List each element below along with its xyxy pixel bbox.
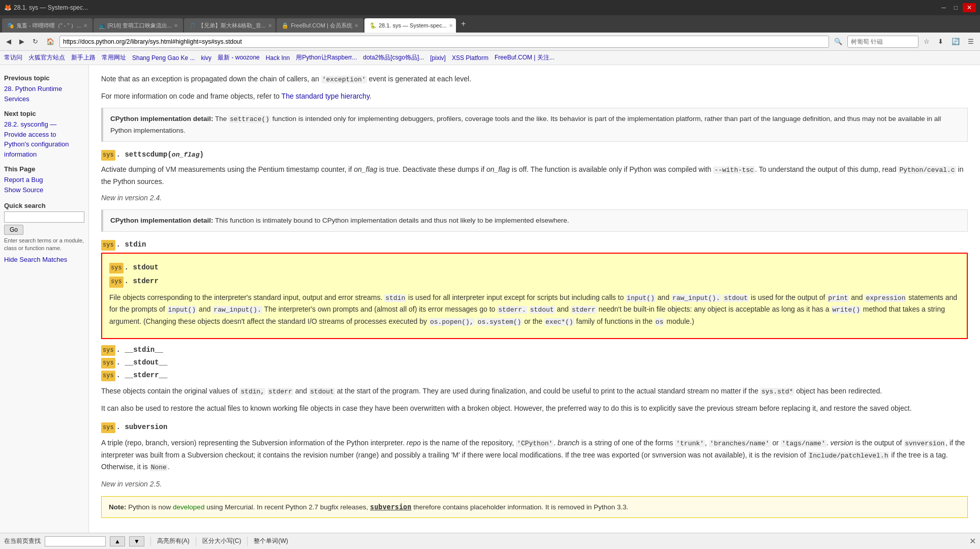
tab-close-0[interactable]: ✕ xyxy=(83,23,87,28)
next-topic-heading: Next topic xyxy=(4,110,84,117)
search-btn[interactable]: 🔍 xyxy=(831,36,845,47)
report-bug-link[interactable]: Report a Bug xyxy=(4,175,84,185)
tab-favicon-2: 🎵 xyxy=(189,22,196,29)
show-source-link[interactable]: Show Source xyxy=(4,185,84,195)
bookmark-7[interactable]: Hack Inn xyxy=(266,54,290,62)
highlight-all-btn[interactable]: 高亮所有(A) xyxy=(157,537,190,545)
find-input[interactable] xyxy=(45,536,106,546)
input2-code-ref: input() xyxy=(167,306,197,314)
svnversion-code-ref: svnversion xyxy=(904,440,945,447)
tab-0[interactable]: 🎭 鬼畜 - 哔哩哔哩（" - " ）... ✕ xyxy=(2,18,93,33)
address-bar[interactable] xyxy=(59,36,829,48)
tab-favicon-4: 🐍 xyxy=(370,22,377,29)
cpython-box-1: CPython implementation detail: The settr… xyxy=(101,108,968,141)
tab-label-3: FreeBuf.COM | 会员系统 xyxy=(291,22,352,29)
bookmark-4[interactable]: Shang Peng Gao Ke ... xyxy=(132,54,195,62)
cpython-box-2: CPython implementation detail: This func… xyxy=(101,209,968,232)
tab-4[interactable]: 🐍 28.1. sys — System-spec... ✕ xyxy=(364,18,456,33)
menu-btn[interactable]: ☰ xyxy=(965,36,977,47)
bookmark-2[interactable]: 新手上路 xyxy=(71,53,96,62)
find-label: 在当前页查找 xyxy=(4,537,41,545)
bookmark-11[interactable]: XSS Platform xyxy=(452,54,488,62)
match-case-btn[interactable]: 区分大小写(C) xyxy=(202,537,241,545)
none-code-ref: None xyxy=(150,464,168,471)
sep-3 xyxy=(247,537,248,546)
private-desc1: These objects contain the original value… xyxy=(101,385,968,398)
tab-bar: 🎭 鬼畜 - 哔哩哔哩（" - " ）... ✕ 📺 [R18] 萱萌工口映象流… xyxy=(0,15,980,33)
sidebar-search-input[interactable] xyxy=(4,211,84,223)
settscdump-entry: sys . settscdump(on_flag) Activate dumpi… xyxy=(101,149,968,204)
download-btn[interactable]: ⬇ xyxy=(935,36,946,47)
tab-close-1[interactable]: ✕ xyxy=(174,23,178,28)
stderr-private-sys-prefix: sys xyxy=(101,371,115,381)
bookmark-9[interactable]: dota2饰品[csgo饰品]... xyxy=(363,53,424,62)
find-next-btn[interactable]: ▼ xyxy=(129,536,144,546)
stdout-row: sys . stdout xyxy=(109,262,960,273)
bookmark-1[interactable]: 火狐官方站点 xyxy=(28,53,65,62)
bookmark-6[interactable]: 最新 - woozone xyxy=(218,53,260,62)
browser-titlebar: 🦊 28.1. sys — System-spec... ─ □ ✕ xyxy=(0,0,980,15)
developed-link[interactable]: developed xyxy=(173,503,204,511)
bookmark-10[interactable]: [pixiv] xyxy=(430,54,446,62)
stdout-name-label: . stdout xyxy=(125,262,159,273)
next-topic-link[interactable]: 28.2. sysconfig —Provide access toPython… xyxy=(4,119,84,159)
bookmark-12[interactable]: FreeBuf.COM | 关注... xyxy=(495,53,555,62)
bookmark-3[interactable]: 常用网址 xyxy=(102,53,126,62)
settscdump-desc: Activate dumping of VM measurements usin… xyxy=(101,164,968,187)
stdout-highlight-box: sys . stdout sys . stderr File objects c… xyxy=(101,253,968,339)
stdin-private-row: sys . __stdin__ xyxy=(101,344,968,356)
stderr-private-name-label: . __stderr__ xyxy=(116,370,168,381)
back-btn[interactable]: ◀ xyxy=(3,36,14,47)
close-find-btn[interactable]: ✕ xyxy=(969,536,976,546)
standard-type-hierarchy-link[interactable]: The standard type hierarchy xyxy=(282,92,370,100)
reload-btn[interactable]: ↻ xyxy=(29,36,41,47)
sync-btn[interactable]: 🔄 xyxy=(948,36,963,47)
cpython1-strong: CPython implementation detail: xyxy=(110,115,213,123)
browser-search-input[interactable] xyxy=(847,36,918,48)
tab-close-4[interactable]: ✕ xyxy=(449,23,453,28)
cpython2-strong: CPython implementation detail: xyxy=(110,217,213,224)
input-code-ref: input() xyxy=(626,294,656,302)
expression-code-ref: expression xyxy=(865,294,906,302)
python-ceval-code: Python/ceval.c xyxy=(898,166,956,174)
new-tab-btn[interactable]: + xyxy=(457,17,470,30)
stdin-orig-ref: stdin, xyxy=(239,388,265,395)
search-hint: Enter search terms or a module, class or… xyxy=(4,237,84,253)
os-popen-code-ref: os.popen(), xyxy=(429,318,475,326)
tab-1[interactable]: 📺 [R18] 萱萌工口映象流出... ✕ xyxy=(94,18,183,33)
close-btn[interactable]: ✕ xyxy=(963,3,976,12)
tags-code-ref: 'tags/name' xyxy=(781,440,826,447)
branch-em: branch xyxy=(558,439,579,447)
include-patchlevel-ref: Include/patchlevel.h xyxy=(808,452,889,460)
tab-label-2: 【兄弟】斯大林&格勒_音... xyxy=(198,22,266,29)
bookmark-5[interactable]: kivy xyxy=(201,54,211,62)
tab-favicon-0: 🎭 xyxy=(7,22,14,29)
tab-2[interactable]: 🎵 【兄弟】斯大林&格勒_音... ✕ xyxy=(184,18,275,33)
sys-std-code-ref: sys.std* xyxy=(760,388,794,395)
tab-close-3[interactable]: ✕ xyxy=(354,23,358,28)
bookmark-0[interactable]: 常访问 xyxy=(4,53,22,62)
hide-search-link[interactable]: Hide Search Matches xyxy=(4,255,84,265)
previous-topic-link[interactable]: 28. Python Runtime Services xyxy=(4,84,84,104)
new-version-244: New in version 2.4. xyxy=(101,192,968,203)
whole-word-btn[interactable]: 整个单词(W) xyxy=(254,537,288,545)
settscdump-name: . settscdump(on_flag) xyxy=(116,149,204,161)
stdin-code-ref: stdin xyxy=(384,294,406,302)
tab-label-1: [R18] 萱萌工口映象流出... xyxy=(108,22,172,29)
stderr-private-row: sys . __stderr__ xyxy=(101,370,968,381)
tab-close-2[interactable]: ✕ xyxy=(268,23,272,28)
go-button[interactable]: Go xyxy=(4,225,23,235)
forward-btn[interactable]: ▶ xyxy=(16,36,27,47)
previous-topic-heading: Previous topic xyxy=(4,74,84,82)
restore-btn[interactable]: □ xyxy=(951,3,961,12)
note-box: Note: Python is now developed using Merc… xyxy=(101,496,968,518)
minimize-btn[interactable]: ─ xyxy=(938,3,949,12)
bookmarks-bar: 常访问 火狐官方站点 新手上路 常用网址 Shang Peng Gao Ke .… xyxy=(0,51,980,65)
find-prev-btn[interactable]: ▲ xyxy=(110,536,125,546)
home-btn[interactable]: 🏠 xyxy=(43,36,57,47)
tab-3[interactable]: 🔒 FreeBuf.COM | 会员系统 ✕ xyxy=(277,18,363,33)
stdin-private-name-label: . __stdin__ xyxy=(116,344,163,355)
bookmark-btn[interactable]: ☆ xyxy=(921,36,933,47)
browser-icon: 🦊 xyxy=(4,4,12,11)
bookmark-8[interactable]: 用Python让Raspberr... xyxy=(296,53,357,62)
